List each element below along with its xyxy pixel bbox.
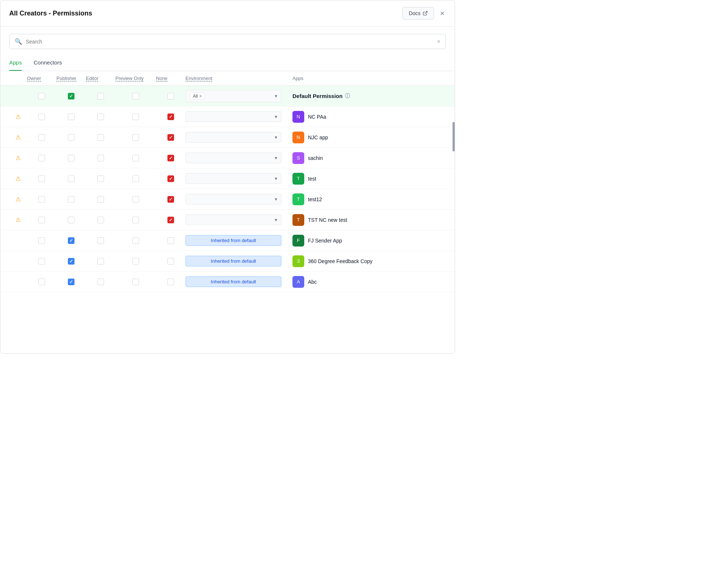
owner-checkbox[interactable] [27,113,56,120]
preview-checkbox[interactable] [115,279,156,285]
default-editor-checkbox[interactable] [86,93,115,99]
env-chevron-icon: ▾ [275,196,277,202]
app-name: test [308,176,316,182]
env-inherited[interactable]: Inherited from default [186,256,292,266]
env-inherited[interactable]: Inherited from default [186,276,292,287]
publisher-checkbox[interactable] [56,196,86,203]
none-checkbox[interactable]: ✓ [156,217,186,223]
editor-checkbox[interactable] [86,113,115,120]
default-owner-checkbox[interactable] [27,93,56,99]
app-name: TST NC new test [308,217,347,223]
column-headers: Owner Publisher Editor Preview Only None… [0,71,455,86]
warning-icon: ⚠ [15,154,21,161]
preview-checkbox[interactable] [115,175,156,182]
tab-connectors[interactable]: Connectors [34,55,62,71]
none-checkbox[interactable]: ✓ [156,155,186,161]
publisher-checkbox[interactable]: ✓ [56,258,86,265]
owner-checkbox[interactable] [27,134,56,141]
default-publisher-checkbox[interactable]: ✓ [56,93,86,99]
search-input[interactable] [26,39,433,45]
none-checkbox[interactable]: ✓ [156,113,186,120]
col-preview-only: Preview Only [115,76,156,81]
editor-checkbox[interactable] [86,175,115,182]
owner-checkbox[interactable] [27,217,56,223]
preview-checkbox[interactable] [115,134,156,141]
publisher-checkbox[interactable] [56,113,86,120]
external-link-icon [423,11,428,16]
owner-checkbox[interactable] [27,196,56,203]
app-cell: F FJ Sender App [292,235,446,247]
none-checkbox[interactable]: ✓ [156,134,186,141]
editor-checkbox[interactable] [86,279,115,285]
app-name: test12 [308,196,322,202]
env-select[interactable]: ▾ [186,132,292,143]
app-icon: S [292,152,304,164]
editor-checkbox[interactable] [86,237,115,244]
env-select[interactable]: ▾ [186,214,292,225]
owner-checkbox[interactable] [27,279,56,285]
default-preview-checkbox[interactable] [115,93,156,99]
col-publisher: Publisher [56,76,86,81]
publisher-checkbox[interactable]: ✓ [56,237,86,244]
env-select[interactable]: ▾ [186,173,292,184]
table-row: ✓Inherited from default F FJ Sender App [0,230,455,251]
app-icon: T [292,214,304,226]
publisher-checkbox[interactable] [56,217,86,223]
owner-checkbox[interactable] [27,237,56,244]
app-cell: A Abc [292,276,446,288]
owner-checkbox[interactable] [27,155,56,161]
docs-label: Docs [409,10,420,16]
none-checkbox[interactable]: ✓ [156,175,186,182]
table-row: ⚠ ✓▾ S sachin [0,148,455,168]
publisher-checkbox[interactable]: ✓ [56,279,86,285]
env-inherited[interactable]: Inherited from default [186,235,292,246]
table-row: ⚠ ✓▾ N NJC app [0,127,455,148]
publisher-checkbox[interactable] [56,175,86,182]
editor-checkbox[interactable] [86,134,115,141]
app-name: FJ Sender App [308,238,342,244]
app-icon: N [292,132,304,143]
owner-checkbox[interactable] [27,258,56,265]
close-button[interactable]: × [438,8,446,19]
editor-checkbox[interactable] [86,196,115,203]
scrollbar[interactable] [453,122,455,151]
tab-apps[interactable]: Apps [9,55,22,71]
default-none-checkbox[interactable] [156,93,186,99]
env-select[interactable]: ▾ [186,153,292,163]
publisher-checkbox[interactable] [56,155,86,161]
preview-checkbox[interactable] [115,113,156,120]
env-select[interactable]: ▾ [186,111,292,122]
warning-col: ⚠ [9,216,27,223]
warning-col: ⚠ [9,154,27,161]
env-tag-close[interactable]: × [199,94,202,99]
preview-checkbox[interactable] [115,196,156,203]
search-clear-icon[interactable]: × [437,38,440,45]
none-checkbox[interactable] [156,258,186,265]
none-checkbox[interactable] [156,237,186,244]
warning-col: ⚠ [9,113,27,120]
default-env-select[interactable]: All × ▾ [186,90,292,102]
svg-line-0 [425,11,427,14]
editor-checkbox[interactable] [86,258,115,265]
docs-button[interactable]: Docs [402,7,434,20]
app-icon: F [292,235,304,247]
app-name: NJC app [308,134,328,140]
none-checkbox[interactable]: ✓ [156,196,186,203]
warning-icon: ⚠ [15,175,21,182]
app-icon: N [292,111,304,123]
env-select[interactable]: ▾ [186,194,292,205]
editor-checkbox[interactable] [86,217,115,223]
warning-icon: ⚠ [15,196,21,203]
env-chevron-icon: ▾ [275,217,277,223]
owner-checkbox[interactable] [27,175,56,182]
editor-checkbox[interactable] [86,155,115,161]
inherited-label: Inherited from default [211,258,256,264]
preview-checkbox[interactable] [115,258,156,265]
preview-checkbox[interactable] [115,237,156,244]
publisher-checkbox[interactable] [56,134,86,141]
preview-checkbox[interactable] [115,217,156,223]
search-area: 🔍 × [0,27,455,49]
preview-checkbox[interactable] [115,155,156,161]
env-chevron-icon: ▾ [275,93,277,99]
none-checkbox[interactable] [156,279,186,285]
